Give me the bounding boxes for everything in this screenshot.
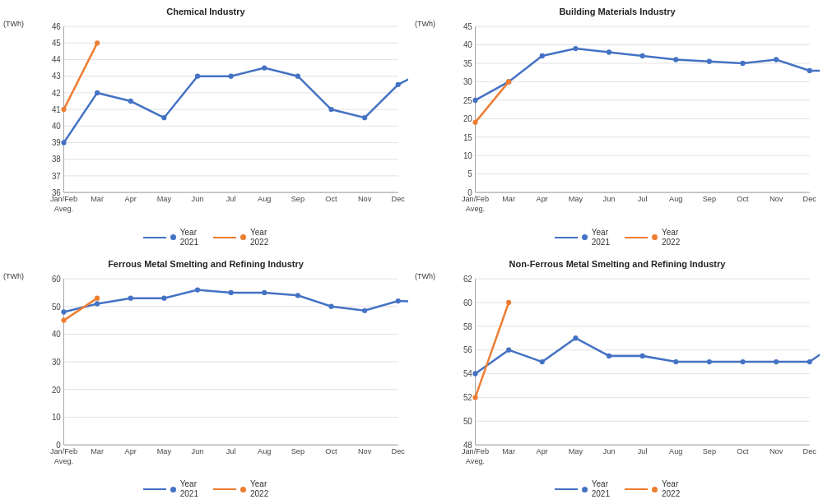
legend-label-2022: Year2022 xyxy=(662,228,680,247)
svg-point-48 xyxy=(61,107,66,112)
svg-text:50: 50 xyxy=(463,416,472,425)
svg-text:41: 41 xyxy=(52,105,61,114)
svg-point-40 xyxy=(195,74,200,79)
svg-text:Nov: Nov xyxy=(358,447,372,455)
svg-text:Sep: Sep xyxy=(291,447,305,455)
svg-text:Mar: Mar xyxy=(91,447,104,455)
svg-text:Apr: Apr xyxy=(537,195,548,203)
legend-label-2022: Year2022 xyxy=(662,479,680,499)
svg-point-38 xyxy=(128,99,133,104)
svg-text:20: 20 xyxy=(463,114,472,123)
svg-point-183 xyxy=(506,299,511,304)
svg-point-136 xyxy=(396,298,401,303)
svg-text:Jun: Jun xyxy=(603,195,616,203)
svg-point-39 xyxy=(161,115,166,120)
legend-2022-ferrous: Year2022 xyxy=(213,479,268,499)
svg-text:Mar: Mar xyxy=(91,195,104,203)
svg-text:May: May xyxy=(157,447,172,455)
svg-point-94 xyxy=(807,68,812,73)
svg-point-44 xyxy=(328,107,333,112)
legend-label-2021: Year2021 xyxy=(592,228,610,247)
chart-inner-building: 051015202530354045Jan/FebAveg.MarAprMayJ… xyxy=(437,18,820,226)
svg-point-135 xyxy=(362,307,367,312)
svg-point-42 xyxy=(262,65,267,70)
svg-point-175 xyxy=(640,353,645,358)
y-axis-label-ferrous: (TWh) xyxy=(3,270,24,479)
legend-line-2022 xyxy=(213,237,236,238)
svg-text:5: 5 xyxy=(467,169,472,178)
svg-text:Jan/Feb: Jan/Feb xyxy=(50,447,77,455)
chart-title-chemical: Chemical Industry xyxy=(166,7,244,16)
legend-ferrous: Year2021Year2022 xyxy=(143,479,269,501)
chart-inner-chemical: 3637383940414243444546Jan/FebAveg.MarApr… xyxy=(26,18,408,226)
svg-point-46 xyxy=(396,82,401,87)
svg-text:Aveg.: Aveg. xyxy=(466,205,485,213)
svg-text:Jan/Feb: Jan/Feb xyxy=(462,447,489,455)
svg-point-132 xyxy=(262,289,267,294)
legend-2022-chemical: Year2022 xyxy=(213,228,268,247)
legend-line-2021 xyxy=(143,488,166,490)
svg-point-128 xyxy=(128,295,133,300)
svg-text:Aug: Aug xyxy=(669,195,682,203)
svg-point-86 xyxy=(540,53,545,58)
legend-2021-building: Year2021 xyxy=(555,228,610,247)
svg-text:50: 50 xyxy=(52,302,61,311)
legend-chemical: Year2021Year2022 xyxy=(143,228,269,249)
svg-point-131 xyxy=(229,289,234,294)
chart-chemical: Chemical Industry(TWh)363738394041424344… xyxy=(0,0,412,252)
svg-text:Mar: Mar xyxy=(502,195,515,203)
legend-line-2022 xyxy=(213,488,236,490)
svg-text:Jul: Jul xyxy=(638,195,648,203)
svg-point-133 xyxy=(295,293,300,298)
chart-building: Building Materials Industry(TWh)05101520… xyxy=(412,0,823,252)
svg-text:58: 58 xyxy=(463,321,472,331)
svg-text:45: 45 xyxy=(463,22,472,31)
svg-text:Dec: Dec xyxy=(392,195,406,203)
svg-text:56: 56 xyxy=(463,345,472,354)
svg-text:20: 20 xyxy=(52,385,61,394)
legend-label-2021: Year2021 xyxy=(180,228,198,247)
svg-text:Oct: Oct xyxy=(325,195,337,203)
svg-text:Apr: Apr xyxy=(125,447,137,455)
svg-text:54: 54 xyxy=(463,369,472,378)
legend-dot-2021 xyxy=(582,487,588,492)
svg-point-176 xyxy=(673,358,678,363)
svg-point-130 xyxy=(195,287,200,292)
svg-point-174 xyxy=(607,353,611,358)
svg-text:60: 60 xyxy=(52,274,61,283)
svg-point-172 xyxy=(540,358,545,363)
svg-text:Dec: Dec xyxy=(392,447,406,455)
legend-2021-chemical: Year2021 xyxy=(143,228,198,247)
svg-point-177 xyxy=(707,358,712,363)
svg-point-36 xyxy=(61,140,66,145)
svg-text:38: 38 xyxy=(52,155,61,164)
svg-text:Aveg.: Aveg. xyxy=(54,205,73,213)
legend-dot-2021 xyxy=(582,234,588,240)
svg-point-171 xyxy=(506,347,511,352)
svg-point-89 xyxy=(640,53,645,58)
svg-text:43: 43 xyxy=(52,72,61,81)
svg-text:44: 44 xyxy=(52,55,61,64)
dashboard: Chemical Industry(TWh)363738394041424344… xyxy=(0,0,823,504)
legend-line-2021 xyxy=(555,488,578,490)
svg-point-182 xyxy=(472,395,477,400)
svg-text:39: 39 xyxy=(52,138,61,147)
svg-point-87 xyxy=(573,46,578,51)
svg-text:Jul: Jul xyxy=(226,195,236,203)
svg-text:Aveg.: Aveg. xyxy=(466,456,485,465)
svg-text:Jun: Jun xyxy=(603,447,616,455)
legend-dot-2021 xyxy=(170,487,176,492)
svg-text:Aug: Aug xyxy=(258,447,271,455)
svg-text:Jul: Jul xyxy=(226,447,236,455)
svg-text:Sep: Sep xyxy=(291,195,305,203)
svg-text:42: 42 xyxy=(52,89,61,98)
svg-text:Apr: Apr xyxy=(537,447,548,455)
legend-2022-nonferrous: Year2022 xyxy=(625,479,680,499)
legend-dot-2022 xyxy=(240,487,246,492)
svg-text:Nov: Nov xyxy=(358,195,372,203)
svg-text:45: 45 xyxy=(52,39,61,48)
chart-title-nonferrous: Non-Ferrous Metal Smelting and Refining … xyxy=(509,259,726,269)
legend-2021-nonferrous: Year2021 xyxy=(555,479,610,499)
svg-text:Sep: Sep xyxy=(703,447,716,455)
svg-point-97 xyxy=(506,79,511,84)
